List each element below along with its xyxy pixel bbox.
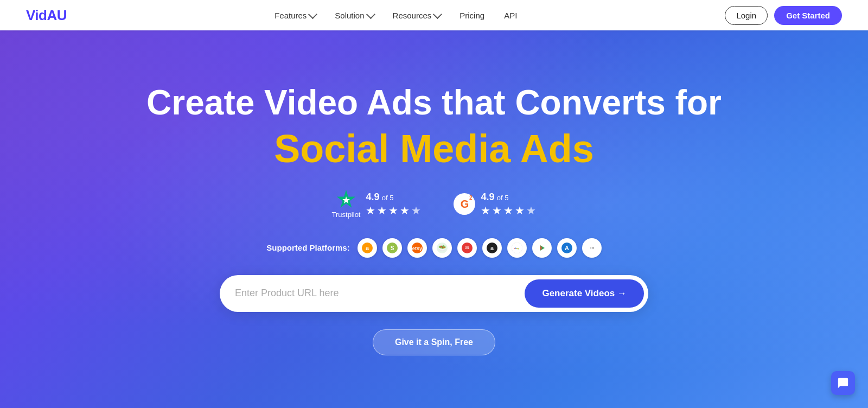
g2-score: 4.9 bbox=[481, 192, 494, 202]
ratings-row: ★ Trustpilot 4.9 of 5 ★ ★ ★ ★ ★ bbox=[0, 190, 868, 219]
svg-text:A: A bbox=[565, 245, 569, 251]
platform-7[interactable]: a bbox=[482, 238, 502, 258]
trustpilot-icon: ★ Trustpilot bbox=[332, 190, 361, 219]
svg-text:🥗: 🥗 bbox=[438, 244, 446, 252]
platform-shopify[interactable]: S bbox=[382, 238, 402, 258]
url-form-container: Generate Videos → bbox=[0, 275, 868, 325]
navbar-actions: Login Get Started bbox=[725, 6, 842, 25]
platform-ebay[interactable]: ebay bbox=[507, 238, 527, 258]
platform-more[interactable]: ··· bbox=[582, 238, 602, 258]
get-started-button[interactable]: Get Started bbox=[774, 6, 842, 25]
nav-resources[interactable]: Resources bbox=[393, 11, 441, 20]
platform-amazon[interactable]: a bbox=[358, 238, 377, 258]
nav-features[interactable]: Features bbox=[275, 11, 315, 20]
platform-app[interactable]: A bbox=[557, 238, 577, 258]
g2-rating: G 2 4.9 of 5 ★ ★ ★ ★ ★ bbox=[454, 192, 536, 217]
trustpilot-label: Trustpilot bbox=[332, 211, 361, 219]
platforms-label: Supported Platforms: bbox=[266, 243, 349, 252]
svg-text:etsy: etsy bbox=[412, 246, 423, 251]
hero-title: Create Video Ads that Converts for bbox=[0, 83, 868, 123]
svg-text:ebay: ebay bbox=[514, 247, 519, 250]
nav-solution[interactable]: Solution bbox=[335, 11, 373, 20]
url-input[interactable] bbox=[235, 288, 525, 299]
chat-icon bbox=[837, 377, 849, 389]
svg-text:a: a bbox=[490, 245, 494, 251]
platform-google-play[interactable] bbox=[532, 238, 552, 258]
trustpilot-score: 4.9 bbox=[366, 192, 379, 202]
svg-text:a: a bbox=[366, 245, 369, 251]
chevron-down-icon bbox=[308, 10, 317, 19]
chevron-down-icon bbox=[433, 10, 442, 19]
generate-videos-button[interactable]: Generate Videos → bbox=[525, 279, 644, 308]
brand-logo[interactable]: VidAU bbox=[26, 7, 67, 24]
free-spin-button[interactable]: Give it a Spin, Free bbox=[373, 329, 495, 355]
navbar: VidAU Features Solution Resources Pricin… bbox=[0, 0, 868, 30]
url-form: Generate Videos → bbox=[220, 275, 648, 312]
nav-api[interactable]: API bbox=[504, 11, 517, 20]
trustpilot-rating: ★ Trustpilot 4.9 of 5 ★ ★ ★ ★ ★ bbox=[332, 190, 422, 219]
g2-icon: G 2 bbox=[454, 193, 475, 215]
nav-links: Features Solution Resources Pricing API bbox=[275, 11, 517, 20]
platforms-row: Supported Platforms: a S etsy 🥗 ✉ bbox=[0, 238, 868, 258]
platform-5[interactable]: 🥗 bbox=[432, 238, 452, 258]
svg-text:✉: ✉ bbox=[465, 245, 469, 251]
svg-text:S: S bbox=[390, 245, 394, 251]
g2-stars: ★ ★ ★ ★ ★ bbox=[481, 204, 536, 217]
login-button[interactable]: Login bbox=[725, 6, 768, 25]
hero-subtitle: Social Media Ads bbox=[0, 127, 868, 170]
hero-section: Create Video Ads that Converts for Socia… bbox=[0, 0, 868, 408]
platform-etsy[interactable]: etsy bbox=[407, 238, 427, 258]
trustpilot-stars: ★ ★ ★ ★ ★ bbox=[366, 204, 421, 217]
chevron-down-icon bbox=[366, 10, 375, 19]
platform-6[interactable]: ✉ bbox=[457, 238, 477, 258]
nav-pricing[interactable]: Pricing bbox=[459, 11, 484, 20]
chat-widget[interactable] bbox=[831, 371, 855, 395]
free-spin-container: Give it a Spin, Free bbox=[0, 329, 868, 355]
